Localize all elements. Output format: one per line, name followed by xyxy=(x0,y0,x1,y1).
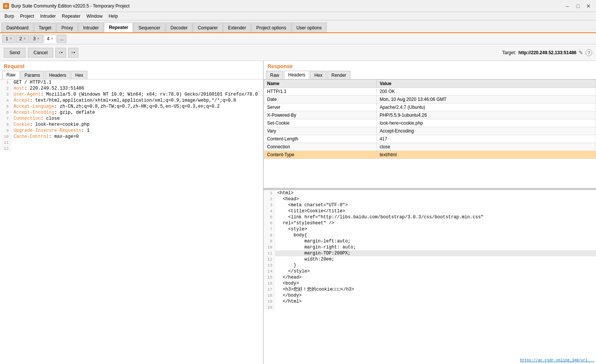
response-line: 18 </body> xyxy=(264,292,596,299)
line-content: User-Agent: Mozilla/5.0 (Windows NT 10.0… xyxy=(11,91,258,97)
nav-back-button[interactable]: ‹ ▾ xyxy=(55,48,66,58)
send-button[interactable]: Send xyxy=(4,48,26,58)
menu-item-burp[interactable]: Burp xyxy=(2,12,17,20)
target-url: http://220.249.52.133:51486 xyxy=(518,50,576,55)
minimize-button[interactable]: – xyxy=(563,2,572,11)
back-arrow-icon: ‹ xyxy=(59,50,60,55)
repeater-tab-close-4[interactable]: × xyxy=(51,37,53,41)
header-row: Content-Typetext/html xyxy=(264,151,596,159)
response-line: 19 </html> xyxy=(264,299,596,305)
header-value: Accept-Encoding xyxy=(376,127,596,135)
cancel-button[interactable]: Cancel xyxy=(28,48,53,58)
header-row: Set-Cookielook-here=cookie.php xyxy=(264,119,596,127)
response-line-content: </head> xyxy=(275,274,302,280)
response-body-area[interactable]: 1<html>2 <head>3 <meta charset="UTF-8">4… xyxy=(264,190,596,364)
response-line-content: <body> xyxy=(275,280,299,286)
target-help-icon[interactable]: ? xyxy=(585,49,592,56)
request-code-area[interactable]: 1GET / HTTP/1.12Host: 220.249.52.133:514… xyxy=(0,79,263,364)
response-tab-hex[interactable]: Hex xyxy=(310,71,326,79)
request-line: 8Cookie: look-here=cookie.php xyxy=(0,122,263,128)
response-line: 3 <meta charset="UTF-8"> xyxy=(264,202,596,208)
header-name: Date xyxy=(264,96,377,104)
line-content: Host: 220.249.52.133:51486 xyxy=(11,85,84,91)
header-name: HTTP/1.1 xyxy=(264,88,377,96)
close-button[interactable]: ✕ xyxy=(584,2,593,11)
response-line-number: 17 xyxy=(264,286,275,292)
header-row: Connectionclose xyxy=(264,143,596,151)
main-tab-dashboard[interactable]: Dashboard xyxy=(2,23,34,32)
header-col-name: Name xyxy=(264,80,377,88)
repeater-tab-2[interactable]: 2× xyxy=(16,35,29,43)
request-tab-hex[interactable]: Hex xyxy=(71,71,87,79)
main-tab-intruder[interactable]: Intruder xyxy=(78,23,104,32)
response-line-content: </html> xyxy=(275,299,302,305)
menu-item-window[interactable]: Window xyxy=(83,12,105,20)
main-tab-comparer[interactable]: Comparer xyxy=(193,23,223,32)
header-name: Server xyxy=(264,104,377,111)
response-line: 5 <link href="http://libs.baidu.com/boot… xyxy=(264,214,596,220)
response-headers-area[interactable]: NameValueHTTP/1.1200 OKDateMon, 10 Aug 2… xyxy=(264,79,596,189)
request-tab-params[interactable]: Params xyxy=(20,71,44,79)
response-line: 10 margin-right: auto; xyxy=(264,244,596,250)
header-name: Vary xyxy=(264,127,377,135)
line-number: 5 xyxy=(0,104,11,110)
target-edit-icon[interactable]: ✎ xyxy=(579,50,583,56)
menu-item-help[interactable]: Help xyxy=(105,12,121,20)
header-name: Set-Cookie xyxy=(264,119,377,127)
main-tab-repeater[interactable]: Repeater xyxy=(104,23,133,32)
main-tab-user-options[interactable]: User options xyxy=(292,23,327,32)
repeater-tab-4[interactable]: 4× xyxy=(44,35,57,43)
bottom-link[interactable]: https://ac.csdr.online_340/url... xyxy=(520,358,594,362)
repeater-tab-close-1[interactable]: × xyxy=(10,37,12,41)
header-value: close xyxy=(376,143,596,151)
main-tab-extender[interactable]: Extender xyxy=(223,23,251,32)
request-tab-headers[interactable]: Headers xyxy=(45,71,70,79)
line-content xyxy=(11,140,14,146)
response-line-number: 3 xyxy=(264,202,275,208)
response-line-number: 12 xyxy=(264,256,275,262)
menu-item-project[interactable]: Project xyxy=(17,12,37,20)
main-tab-project-options[interactable]: Project options xyxy=(251,23,291,32)
request-tab-raw[interactable]: Raw xyxy=(2,71,20,79)
header-name: X-Powered-By xyxy=(264,111,377,119)
line-content: Accept-Encoding: gzip, deflate xyxy=(11,110,95,116)
repeater-tab-close-3[interactable]: × xyxy=(37,37,40,41)
response-line-content xyxy=(275,305,277,311)
menu-item-repeater[interactable]: Repeater xyxy=(59,12,83,20)
header-value: text/html xyxy=(376,151,596,159)
response-line-number: 20 xyxy=(264,305,275,311)
menu-item-intruder[interactable]: Intruder xyxy=(37,12,59,20)
line-content: Cache-Control: max-age=0 xyxy=(11,134,79,140)
header-name: Content-Type xyxy=(264,151,377,159)
response-tab-render[interactable]: Render xyxy=(327,71,350,79)
response-line-number: 8 xyxy=(264,232,275,238)
target-info: Target: http://220.249.52.133:51486 ✎ ? xyxy=(502,49,592,56)
repeater-tab-1[interactable]: 1× xyxy=(2,35,15,43)
request-line: 10Cache-Control: max-age=0 xyxy=(0,134,263,140)
response-line-number: 7 xyxy=(264,226,275,232)
header-row: ServerApache/2.4.7 (Ubuntu) xyxy=(264,104,596,111)
header-row: VaryAccept-Encoding xyxy=(264,127,596,135)
header-row: DateMon, 10 Aug 2020 13:46:06 GMT xyxy=(264,96,596,104)
response-line: 2 <head> xyxy=(264,196,596,202)
main-tab-proxy[interactable]: Proxy xyxy=(57,23,78,32)
response-line: 6 rel="stylesheet" /> xyxy=(264,220,596,226)
response-tab-headers[interactable]: Headers xyxy=(284,71,309,79)
response-panel: Response RawHeadersHexRender NameValueHT… xyxy=(264,61,596,364)
nav-forward-button[interactable]: › ▾ xyxy=(68,48,78,58)
response-line-content: margin-left:auto; xyxy=(275,238,350,244)
repeater-tab-3[interactable]: 3× xyxy=(30,35,43,43)
repeater-tab-more[interactable]: ... xyxy=(57,35,66,43)
response-line-number: 4 xyxy=(264,208,275,214)
line-content: GET / HTTP/1.1 xyxy=(11,79,52,85)
main-tab-decoder[interactable]: Decoder xyxy=(166,23,193,32)
response-line-content: margin-right: auto; xyxy=(275,244,356,250)
response-line-content: <html> xyxy=(275,190,293,196)
main-tab-sequencer[interactable]: Sequencer xyxy=(133,23,165,32)
main-tab-target[interactable]: Target xyxy=(34,23,56,32)
response-line-content: </body> xyxy=(275,292,302,299)
maximize-button[interactable]: □ xyxy=(573,2,582,11)
response-line-number: 9 xyxy=(264,238,275,244)
repeater-tab-close-2[interactable]: × xyxy=(23,37,26,41)
response-tab-raw[interactable]: Raw xyxy=(266,71,283,79)
